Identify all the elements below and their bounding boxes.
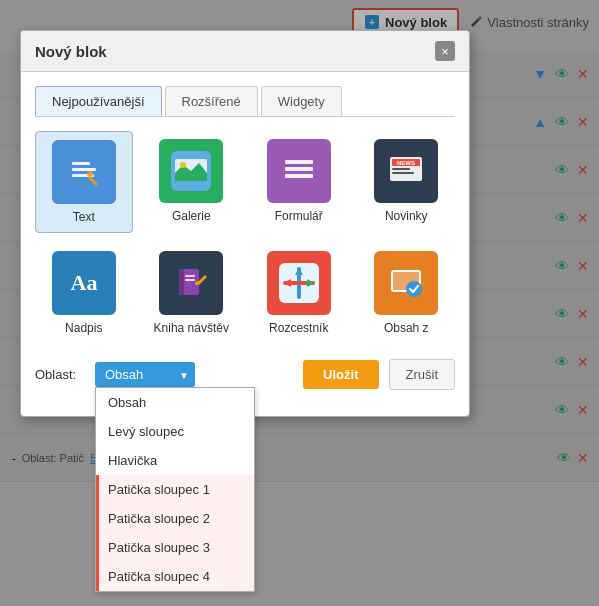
heading-block-icon: Aa — [52, 251, 116, 315]
block-obsah-label: Obsah z — [384, 321, 429, 335]
area-row: Oblast: Obsah ▼ Obsah Levý sloupec Hlavi… — [35, 359, 455, 390]
svg-rect-4 — [72, 168, 96, 171]
modal-close-button[interactable]: × — [435, 41, 455, 61]
block-novinky-label: Novinky — [385, 209, 428, 223]
svg-point-37 — [406, 281, 422, 297]
svg-rect-12 — [285, 167, 313, 171]
content-block-icon — [374, 251, 438, 315]
area-selected-value: Obsah — [105, 367, 143, 382]
block-galerie-label: Galerie — [172, 209, 211, 223]
svg-rect-13 — [285, 174, 313, 178]
dropdown-item-levy-sloupec[interactable]: Levý sloupec — [96, 417, 254, 446]
block-item-obsah[interactable]: Obsah z — [358, 243, 456, 343]
svg-rect-18 — [392, 168, 410, 170]
svg-text:NEWS: NEWS — [397, 160, 415, 166]
dropdown-item-hlavicka[interactable]: Hlavička — [96, 446, 254, 475]
block-item-nadpis[interactable]: Aa Nadpis — [35, 243, 133, 343]
text-block-icon — [52, 140, 116, 204]
svg-rect-26 — [185, 279, 195, 281]
svg-text:Aa: Aa — [70, 270, 97, 295]
dropdown-item-paticka-3[interactable]: Patička sloupec 3 — [96, 533, 254, 562]
area-select-display[interactable]: Obsah ▼ — [95, 362, 195, 387]
modal-dialog: Nový blok × Nejpoužívanější Rozšířené Wi… — [20, 30, 470, 417]
dropdown-item-paticka-2[interactable]: Patička sloupec 2 — [96, 504, 254, 533]
svg-rect-2 — [64, 152, 104, 192]
modal-body: Nejpoužívanější Rozšířené Widgety — [21, 72, 469, 416]
svg-rect-11 — [285, 160, 313, 164]
form-block-icon — [267, 139, 331, 203]
dropdown-item-obsah[interactable]: Obsah — [96, 388, 254, 417]
guestbook-block-icon — [159, 251, 223, 315]
dropdown-item-paticka-1[interactable]: Patička sloupec 1 — [96, 475, 254, 504]
crossroads-block-icon — [267, 251, 331, 315]
tabs-container: Nejpoužívanější Rozšířené Widgety — [35, 86, 455, 117]
block-item-formular[interactable]: Formulář — [250, 131, 348, 233]
svg-rect-19 — [392, 172, 414, 174]
news-block-icon: NEWS — [374, 139, 438, 203]
block-kniha-label: Kniha návštěv — [154, 321, 229, 335]
svg-point-9 — [180, 162, 186, 168]
action-row: Uložit Zrušit — [303, 359, 455, 390]
block-item-kniha[interactable]: Kniha návštěv — [143, 243, 241, 343]
dropdown-arrow-icon: ▼ — [179, 369, 189, 380]
svg-rect-3 — [72, 162, 90, 165]
save-button[interactable]: Uložit — [303, 360, 378, 389]
tab-widgety[interactable]: Widgety — [261, 86, 342, 116]
dropdown-item-paticka-4[interactable]: Patička sloupec 4 — [96, 562, 254, 591]
svg-rect-25 — [185, 275, 195, 277]
cancel-button[interactable]: Zrušit — [389, 359, 456, 390]
gallery-block-icon — [159, 139, 223, 203]
block-item-novinky[interactable]: NEWS Novinky — [358, 131, 456, 233]
block-grid: Text Galerie — [35, 131, 455, 343]
block-item-rozcestnik[interactable]: Rozcestník — [250, 243, 348, 343]
area-select-wrapper: Obsah ▼ Obsah Levý sloupec Hlavička Pa — [95, 362, 195, 387]
svg-point-27 — [195, 281, 199, 285]
block-formular-label: Formulář — [275, 209, 323, 223]
block-item-galerie[interactable]: Galerie — [143, 131, 241, 233]
block-item-text[interactable]: Text — [35, 131, 133, 233]
area-label: Oblast: — [35, 367, 85, 382]
svg-point-6 — [87, 171, 93, 177]
modal-title: Nový blok — [35, 43, 107, 60]
block-nadpis-label: Nadpis — [65, 321, 102, 335]
svg-rect-24 — [179, 269, 184, 295]
block-text-label: Text — [73, 210, 95, 224]
modal-header: Nový blok × — [21, 31, 469, 72]
tab-nejpouzivanejsi[interactable]: Nejpoužívanější — [35, 86, 162, 116]
block-rozcestnik-label: Rozcestník — [269, 321, 328, 335]
area-dropdown-menu: Obsah Levý sloupec Hlavička Patička slou… — [95, 387, 255, 592]
tab-rozsirene[interactable]: Rozšířené — [165, 86, 258, 116]
